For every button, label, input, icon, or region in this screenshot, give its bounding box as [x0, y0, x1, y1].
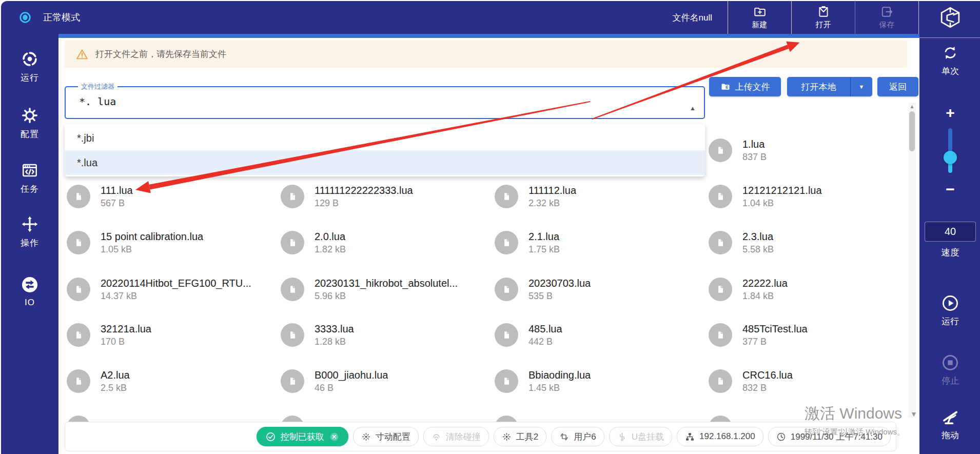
file-item[interactable]: 2.0.lua 1.82 kB [281, 228, 486, 257]
control-acquired-chip[interactable]: 控制已获取 [257, 427, 348, 446]
stop-label: 停止 [942, 375, 959, 387]
file-doc-icon [714, 190, 727, 203]
speed-minus-button[interactable]: − [919, 182, 980, 197]
file-item[interactable]: 20220114Hitbot_EFG100_RTU... 14.37 kB [67, 275, 272, 304]
sidebar-item-run[interactable]: 运行 [1, 50, 58, 84]
filter-option-jbi[interactable]: *.jbi [65, 126, 705, 150]
speed-slider-thumb[interactable] [944, 151, 957, 164]
file-item[interactable]: 15 point calibration.lua 1.05 kB [67, 228, 272, 257]
file-doc-icon [714, 144, 727, 157]
file-item[interactable]: 20230703.lua 535 B [495, 275, 700, 304]
play-circle-icon [942, 294, 959, 312]
file-name: 111.lua [101, 184, 133, 197]
file-item[interactable]: 111.lua 567 B [67, 182, 272, 211]
file-item[interactable]: 20230131_hikrobot_absolutel... 5.96 kB [281, 275, 486, 304]
right-sidebar: 单次 + − 40 速度 运行 停止 拖动 [919, 1, 980, 454]
warning-icon [76, 48, 88, 61]
open-local-button[interactable]: 打开本地 ▼ [787, 77, 872, 96]
file-item[interactable]: B000_jiaohu.lua 46 B [281, 367, 486, 396]
speed-slider[interactable] [948, 128, 952, 172]
file-name: 20220114Hitbot_EFG100_RTU... [101, 277, 251, 290]
file-name: 111112.lua [528, 184, 576, 197]
file-name: 111111222222333.lua [315, 184, 413, 197]
collision-icon [432, 432, 441, 442]
caret-up-icon[interactable]: ▲ [690, 105, 696, 112]
new-file-icon [753, 5, 767, 18]
run-button[interactable]: 运行 [919, 294, 980, 327]
file-item[interactable]: 12121212121.lua 1.04 kB [709, 182, 914, 211]
file-doc-icon [286, 236, 299, 249]
file-item[interactable]: 485.lua 442 B [495, 321, 700, 349]
file-doc-icon [72, 328, 85, 342]
file-item[interactable]: 3333.lua 1.28 kB [281, 321, 486, 349]
file-name: 2.3.lua [742, 230, 774, 243]
speed-value-field[interactable]: 40 [925, 222, 976, 242]
status-chip-192.168.1.200[interactable]: 192.168.1.200 [677, 427, 763, 446]
clock-icon [776, 432, 786, 442]
close-circle-icon[interactable] [329, 431, 340, 442]
open-file-icon [817, 5, 830, 18]
file-doc-icon [500, 236, 513, 249]
file-filter-value[interactable]: *. lua [79, 95, 698, 108]
single-cycle-button[interactable]: 单次 [919, 44, 980, 77]
speed-label: 速度 [919, 246, 980, 259]
file-item[interactable]: Bbiaoding.lua 1.45 kB [495, 367, 700, 396]
status-chip-[interactable]: 寸动配置 [353, 427, 419, 446]
status-chip-U: U盘挂载 [609, 427, 672, 446]
file-item[interactable]: 485TciTest.lua 377 B [709, 321, 914, 349]
file-doc-icon [714, 236, 727, 249]
file-item[interactable]: 32121a.lua 170 B [67, 321, 272, 349]
upload-file-label: 上传文件 [735, 81, 770, 93]
sidebar-item-io[interactable]: IO [1, 276, 58, 308]
status-chip-1999113074130[interactable]: 1999/11/30 上午7:41:30 [768, 427, 891, 446]
file-size: 1.05 kB [101, 243, 203, 255]
file-doc-icon [286, 190, 299, 203]
status-chip-6[interactable]: 用户6 [551, 427, 604, 446]
sidebar-item-config[interactable]: 配置 [1, 107, 58, 140]
back-button[interactable]: 返回 [877, 77, 918, 96]
task-code-icon [21, 162, 38, 179]
scroll-up-icon[interactable]: ▲ [908, 104, 916, 109]
file-name: 22222.lua [742, 277, 788, 290]
upload-file-button[interactable]: 上传文件 [709, 77, 781, 96]
file-filter-field[interactable]: 文件过滤器 *. lua ▲ [65, 82, 705, 119]
network-icon [685, 432, 695, 442]
caret-down-icon: ▼ [859, 84, 865, 90]
open-local-dropdown-toggle[interactable]: ▼ [850, 77, 872, 96]
scrollbar-thumb[interactable] [909, 111, 915, 151]
mode-indicator-icon [18, 11, 32, 24]
file-item[interactable]: 2.1.lua 1.75 kB [495, 228, 700, 257]
file-item[interactable]: 2.3.lua 5.58 kB [709, 228, 914, 257]
file-name: B000_jiaohu.lua [315, 368, 388, 382]
sidebar-item-operate[interactable]: 操作 [1, 215, 58, 249]
drag-mode-button[interactable]: 拖动 [919, 408, 980, 441]
mode-indicator[interactable]: 正常模式 [18, 11, 80, 24]
jog-icon [361, 432, 371, 442]
sidebar-item-task[interactable]: 任务 [1, 162, 58, 195]
file-list-scrollbar[interactable]: ▲ [908, 103, 916, 418]
file-size: 46 B [315, 382, 388, 394]
new-file-button[interactable]: 新建 [728, 1, 791, 34]
open-local-label[interactable]: 打开本地 [787, 81, 850, 93]
file-size: 837 B [742, 151, 767, 163]
file-item[interactable]: 1.lua 837 B [709, 136, 914, 165]
file-filter-dropdown: *.jbi*.lua [65, 124, 705, 176]
filter-option-lua[interactable]: *.lua [65, 150, 705, 175]
file-item[interactable]: CRC16.lua 832 B [709, 367, 914, 396]
file-doc-icon [72, 190, 85, 203]
file-doc-icon [72, 283, 85, 296]
file-filter-legend: 文件过滤器 [78, 82, 117, 91]
run-label: 运行 [942, 315, 959, 327]
io-exchange-icon [21, 276, 38, 293]
stop-button: 停止 [919, 354, 980, 387]
file-doc-icon [286, 328, 299, 342]
file-item[interactable]: A2.lua 2.5 kB [67, 367, 272, 396]
file-item[interactable]: 111111222222333.lua 129 B [281, 182, 486, 211]
status-chip-2[interactable]: 工具2 [494, 427, 546, 446]
file-item[interactable]: 22222.lua 1.84 kB [709, 275, 914, 304]
open-file-button[interactable]: 打开 [791, 1, 855, 34]
file-item[interactable]: 111112.lua 2.32 kB [495, 182, 700, 211]
speed-plus-button[interactable]: + [919, 105, 980, 121]
file-doc-icon [72, 374, 85, 388]
app-window: 正常模式 文件名null 新建 打开 保存 运行 配置 任务 操作 IO [1, 1, 980, 454]
